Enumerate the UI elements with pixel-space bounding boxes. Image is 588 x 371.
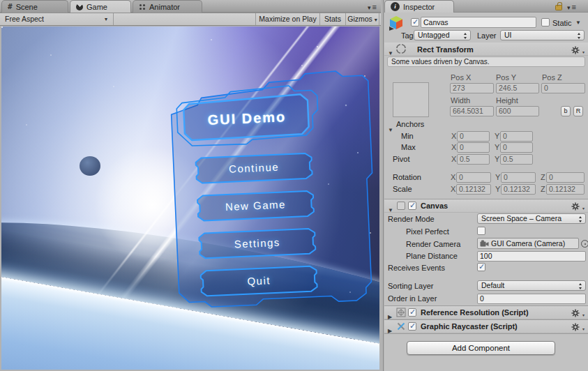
- order-in-layer-field[interactable]: 0: [477, 294, 586, 304]
- chevron-down-icon: ▾: [105, 13, 107, 25]
- height-field[interactable]: 600: [496, 106, 539, 116]
- width-label: Width: [451, 96, 470, 105]
- aspect-dropdown[interactable]: Free Aspect ▾: [0, 13, 114, 25]
- foldout-icon[interactable]: [388, 309, 395, 316]
- pane-menu-icon[interactable]: [368, 3, 377, 11]
- pivot-y-field[interactable]: 0.5: [500, 154, 533, 165]
- anchor-max-x-field[interactable]: 0: [457, 142, 490, 153]
- divider: [384, 333, 588, 334]
- gizmos-dropdown[interactable]: Gizmos ▾: [345, 13, 379, 25]
- updown-icon: [578, 283, 583, 289]
- panel-splitter[interactable]: [383, 0, 384, 371]
- game-menu-title: GUI Demo: [183, 98, 310, 139]
- pixel-perfect-checkbox[interactable]: [477, 227, 485, 235]
- tab-game-label: Game: [86, 3, 107, 11]
- stats-button[interactable]: Stats: [319, 13, 345, 25]
- gear-icon[interactable]: [571, 201, 582, 209]
- scale-label: Scale: [393, 185, 412, 193]
- object-picker-icon[interactable]: [581, 240, 588, 248]
- gear-icon[interactable]: [571, 45, 582, 53]
- add-component-button[interactable]: Add Component: [407, 341, 555, 355]
- game-menu-panel: GUI Demo Continue New Game Settings Quit: [164, 68, 379, 328]
- rect-transform-title: Rect Transform: [417, 45, 474, 54]
- blueprint-mode-button[interactable]: b: [561, 106, 571, 116]
- pos-y-label: Pos Y: [496, 73, 516, 82]
- graphic-raycaster-icon: [396, 321, 406, 331]
- axis-z-label: Z: [541, 185, 545, 193]
- pos-x-field[interactable]: 273: [450, 83, 494, 93]
- sorting-layer-label: Sorting Layer: [388, 282, 433, 290]
- pivot-label: Pivot: [393, 155, 409, 163]
- render-camera-label: Render Camera: [406, 240, 460, 248]
- lock-icon[interactable]: [555, 5, 562, 10]
- graphic-raycaster-checkbox[interactable]: [408, 322, 416, 331]
- settings-button[interactable]: Settings: [199, 229, 315, 259]
- rotation-y-field[interactable]: 0: [501, 172, 536, 183]
- maximize-on-play-button[interactable]: Maximize on Play: [255, 13, 319, 25]
- pivot-x-field[interactable]: 0.5: [457, 154, 490, 165]
- camera-icon: [480, 240, 489, 247]
- tag-dropdown[interactable]: Untagged: [414, 30, 471, 40]
- foldout-icon[interactable]: [388, 323, 395, 330]
- graphic-raycaster-title: Graphic Raycaster (Script): [421, 322, 518, 331]
- gameobject-cube-icon[interactable]: [388, 15, 405, 31]
- continue-button[interactable]: Continue: [195, 153, 312, 183]
- chevron-down-icon: ▾: [375, 17, 377, 23]
- gear-icon[interactable]: [571, 308, 582, 316]
- new-game-button[interactable]: New Game: [197, 191, 314, 221]
- axis-x-label: X: [451, 132, 456, 140]
- width-field[interactable]: 664.5031: [450, 106, 494, 116]
- gameobject-active-checkbox[interactable]: [411, 18, 419, 26]
- tab-inspector[interactable]: Inspector: [384, 0, 454, 13]
- anchor-min-y-field[interactable]: 0: [500, 131, 533, 142]
- render-camera-object-field[interactable]: GUI Camera (Camera): [477, 238, 579, 249]
- animator-icon: [139, 3, 146, 10]
- rect-transform-header[interactable]: [384, 43, 588, 56]
- gear-icon[interactable]: [571, 321, 582, 330]
- plane-distance-field[interactable]: 100: [477, 251, 586, 262]
- scale-x-field[interactable]: 0.12132: [456, 184, 491, 195]
- max-label: Max: [401, 143, 416, 151]
- foldout-icon[interactable]: [388, 122, 395, 129]
- canvas-enabled-checkbox[interactable]: [408, 202, 416, 210]
- foldout-icon[interactable]: [388, 202, 395, 209]
- axis-y-label: Y: [495, 132, 499, 140]
- pos-z-field[interactable]: 0: [541, 83, 585, 93]
- pos-x-label: Pos X: [451, 73, 471, 82]
- help-box: Some values driven by Canvas.: [387, 56, 585, 67]
- tab-game[interactable]: Game: [70, 0, 131, 13]
- receives-events-checkbox[interactable]: [477, 263, 485, 271]
- inspector-panel: Inspector Canvas Static ▼ Tag Untagged L…: [384, 0, 588, 371]
- pixel-perfect-label: Pixel Perfect: [406, 227, 449, 236]
- pos-y-field[interactable]: 246.5: [496, 83, 539, 93]
- game-toolbar: Free Aspect ▾ Maximize on Play Stats Giz…: [0, 13, 381, 26]
- updown-icon: [578, 216, 583, 222]
- anchor-max-y-field[interactable]: 0: [500, 142, 533, 153]
- stars: [1, 26, 3, 28]
- sorting-layer-dropdown[interactable]: Default: [477, 280, 586, 291]
- raw-edit-mode-button[interactable]: R: [573, 106, 583, 116]
- rotation-z-field[interactable]: 0: [546, 172, 585, 183]
- foldout-icon[interactable]: [388, 45, 395, 52]
- static-checkbox[interactable]: [541, 18, 550, 26]
- scale-y-field[interactable]: 0.12132: [501, 184, 536, 195]
- axis-x-label: X: [451, 155, 456, 163]
- axis-y-label: Y: [495, 143, 499, 151]
- layer-dropdown[interactable]: UI: [500, 30, 585, 40]
- pos-z-label: Pos Z: [542, 73, 562, 82]
- game-view: GUI Demo Continue New Game Settings Quit: [1, 26, 379, 370]
- static-dropdown-icon[interactable]: ▼: [575, 20, 581, 26]
- anchor-min-x-field[interactable]: 0: [457, 131, 490, 142]
- reference-resolution-icon: [396, 308, 406, 317]
- tab-scene[interactable]: Scene: [1, 0, 68, 13]
- tab-animator[interactable]: Animator: [133, 0, 202, 13]
- pane-menu-icon[interactable]: [567, 3, 576, 11]
- quit-button[interactable]: Quit: [200, 266, 317, 296]
- render-mode-dropdown[interactable]: Screen Space – Camera: [477, 213, 586, 224]
- axis-z-label: Z: [541, 173, 545, 181]
- scale-z-field[interactable]: 0.12132: [546, 184, 585, 195]
- gameobject-name-field[interactable]: Canvas: [421, 17, 536, 28]
- rotation-x-field[interactable]: 0: [456, 172, 491, 183]
- reference-resolution-checkbox[interactable]: [408, 308, 416, 317]
- scene-icon: [8, 2, 13, 11]
